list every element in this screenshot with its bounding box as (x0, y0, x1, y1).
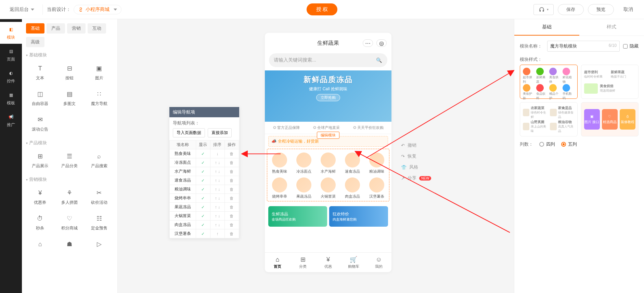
component-item[interactable]: ⚘多人拼团 (55, 185, 83, 208)
phone-banner[interactable]: 新鲜品质冻品 健康打 Call 抢鲜就味 立即抢购 (265, 70, 391, 122)
nav-cell[interactable]: 速食冻品 (340, 151, 365, 175)
nav-cell[interactable]: 火锅冒菜 (316, 176, 340, 200)
style-template-1[interactable]: 超市便利新鲜果蔬美食烘焙鲜花植物 美妆护肤食品饮料精品个护手机数码 (520, 65, 578, 99)
tabbar-item[interactable]: 🛒购物车 (341, 253, 366, 272)
tab-marketing[interactable]: 营销 (67, 23, 86, 34)
banner-cta[interactable]: 立即抢购 (316, 94, 340, 101)
promo-card-1[interactable]: 生鲜冻品 全场商品狂欢购 (268, 206, 327, 227)
row-delete[interactable]: 🗑 (224, 203, 239, 212)
row-delete[interactable]: 🗑 (224, 149, 239, 158)
sort-buttons[interactable]: ↑ ↓ (210, 167, 224, 176)
component-item[interactable]: ▣图片 (85, 61, 113, 84)
row-delete[interactable]: 🗑 (224, 167, 239, 176)
component-item[interactable]: ✉滚动公告 (26, 112, 54, 135)
component-item[interactable]: ♡积分商城 (55, 211, 83, 234)
style-template-4[interactable]: ▣图片 接口 ♡精选商品 ⎙装修教程 (581, 102, 639, 136)
visible-toggle[interactable]: ✓ (196, 221, 210, 229)
nav-modules[interactable]: ◧模块 (0, 22, 22, 44)
save-button[interactable]: 保存 (558, 4, 584, 15)
row-delete[interactable]: 🗑 (224, 194, 239, 203)
phone-search[interactable]: 请输入关键词搜索... 🔍 (269, 53, 387, 67)
sort-buttons[interactable]: ↑ ↓ (210, 194, 224, 203)
style-template-2[interactable]: 超市便利临时时令鲜果 新鲜果蔬晚饭不出门 美食烘焙现选现做鲜 (581, 65, 639, 99)
sort-buttons[interactable]: ↑ (210, 229, 224, 238)
tab-basic[interactable]: 基础 (26, 23, 44, 34)
visible-toggle[interactable]: ✓ (196, 176, 210, 185)
component-item[interactable]: ☰产品分类 (55, 149, 83, 172)
section-product[interactable]: 产品模块 (26, 140, 113, 146)
visible-toggle[interactable]: ✓ (196, 203, 210, 212)
nav-cell[interactable]: 水产海鲜 (316, 151, 340, 175)
design-chip[interactable]: 小程序商城 (74, 5, 121, 14)
component-item[interactable]: ⊟按钮 (55, 61, 83, 84)
tab-product[interactable]: 产品 (47, 23, 65, 34)
redo-button[interactable]: ↷恢复 (401, 153, 431, 159)
visible-toggle[interactable]: ✓ (196, 149, 210, 158)
authorize-button[interactable]: 授 权 (307, 3, 337, 15)
nav-cell[interactable]: 肉盒冻品 (340, 176, 365, 200)
nav-pages[interactable]: ▤页面 (0, 44, 22, 66)
columns-4-radio[interactable]: 四列 (539, 141, 555, 147)
tab-advanced[interactable]: 高级 (26, 37, 44, 47)
style-template-3[interactable]: 农家蔬菜绿色时令生鲜家禽蛋品绿色健康食品 山野真菌亲上山的美味粮油谷物高真人气良… (520, 102, 578, 136)
sort-buttons[interactable]: ↑ ↓ (210, 185, 224, 194)
share-button[interactable]: ↗分享NEW (401, 175, 431, 181)
visible-toggle[interactable]: ✓ (196, 229, 210, 238)
support-dropdown[interactable]: ▾ (533, 4, 554, 15)
nav-cell[interactable]: 果蔬冻品 (292, 176, 316, 200)
component-item[interactable]: ∷魔方导航 (85, 86, 113, 109)
nav-controls[interactable]: ◐控件 (0, 66, 22, 88)
rp-tab-basic[interactable]: 基础 (514, 19, 579, 36)
section-marketing[interactable]: 营销模块 (26, 176, 113, 183)
component-item[interactable]: ▷ (85, 237, 113, 254)
row-delete[interactable]: 🗑 (224, 229, 239, 238)
nav-promote[interactable]: 📢推广 (0, 109, 22, 131)
component-item[interactable]: ¥优惠券 (26, 185, 54, 208)
row-delete[interactable]: 🗑 (224, 185, 239, 194)
component-item[interactable]: ◫自由容器 (26, 86, 54, 109)
sort-buttons[interactable]: ↑ ↓ (210, 158, 224, 167)
nav-cell[interactable]: 熟食美味 (267, 151, 292, 175)
preview-button[interactable]: 预览 (588, 4, 614, 15)
component-item[interactable]: ⏱秒杀 (26, 211, 54, 234)
row-delete[interactable]: 🗑 (224, 158, 239, 167)
sort-buttons[interactable]: ↑ ↓ (210, 212, 224, 221)
nav-templates[interactable]: ▦模板 (0, 88, 22, 109)
nav-cell[interactable]: 汉堡薯条 (365, 176, 389, 200)
row-delete[interactable]: 🗑 (224, 221, 239, 229)
theme-button[interactable]: 👕风格 (401, 164, 431, 170)
component-item[interactable]: ⌕产品搜索 (85, 149, 113, 172)
component-item[interactable]: ▤多图文 (55, 86, 83, 109)
sort-buttons[interactable]: ↑ ↓ (210, 203, 224, 212)
edit-module-tag[interactable]: 编辑模块 (317, 132, 339, 139)
row-delete[interactable]: 🗑 (224, 212, 239, 221)
tabbar-item[interactable]: ☺我的 (366, 253, 391, 272)
row-delete[interactable]: 🗑 (224, 176, 239, 185)
visible-toggle[interactable]: ✓ (196, 185, 210, 194)
columns-5-radio[interactable]: 五列 (561, 141, 577, 147)
direct-add-button[interactable]: 直接添加 (208, 128, 232, 137)
magic-nav-block[interactable]: 熟食美味冷冻面点水产海鲜速食冻品粮油调味烧烤串串果蔬冻品火锅冒菜肉盒冻品汉堡薯条 (267, 149, 389, 201)
menu-dots-icon[interactable]: ⋯ (363, 39, 373, 47)
import-page-data-button[interactable]: 导入页面数据 (173, 128, 205, 137)
target-icon[interactable]: ◎ (376, 39, 387, 47)
nav-cell[interactable]: 粮油调味 (365, 151, 389, 175)
visible-toggle[interactable]: ✓ (196, 212, 210, 221)
visible-toggle[interactable]: ✓ (196, 167, 210, 176)
visible-toggle[interactable]: ✓ (196, 194, 210, 203)
component-item[interactable]: ⌂ (26, 237, 54, 254)
tabbar-item[interactable]: ¥优惠 (315, 253, 341, 272)
rp-tab-style[interactable]: 样式 (579, 19, 644, 36)
component-item[interactable]: T文本 (26, 61, 54, 84)
module-name-input[interactable]: 魔方导航模块 6/10 (547, 41, 620, 52)
nav-cell[interactable]: 冷冻面点 (292, 151, 316, 175)
component-item[interactable]: ✂砍价活动 (85, 185, 113, 208)
component-item[interactable]: ☗ (55, 237, 83, 254)
tabbar-item[interactable]: ⌂首页 (265, 253, 290, 272)
nav-cell[interactable]: 烧烤串串 (267, 176, 292, 200)
visible-toggle[interactable]: ✓ (196, 158, 210, 167)
undo-button[interactable]: ↶撤销 (401, 142, 431, 148)
tab-interactive[interactable]: 互动 (88, 23, 106, 34)
sort-buttons[interactable]: ↑ ↓ (210, 176, 224, 185)
cancel-button[interactable]: 取消 (618, 4, 639, 15)
